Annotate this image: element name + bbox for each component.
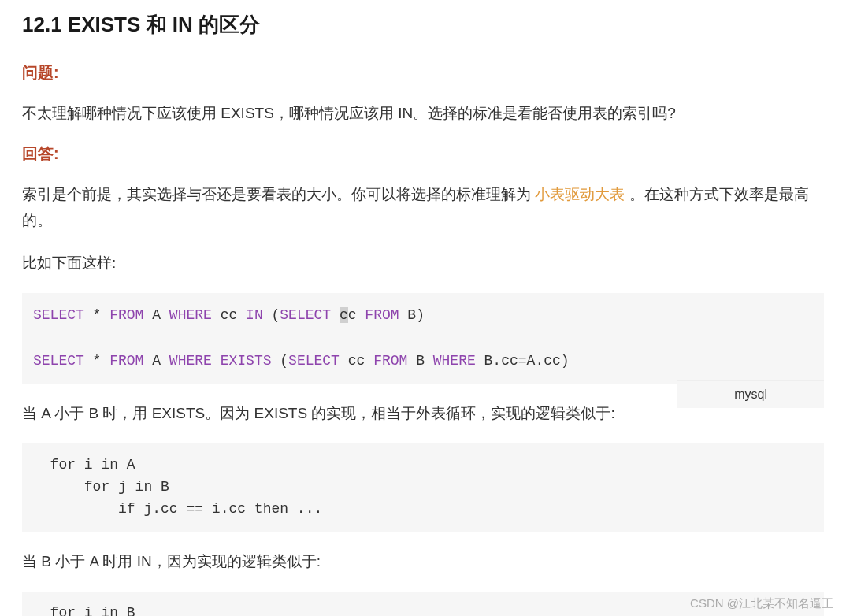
section-heading: 12.1 EXISTS 和 IN 的区分 (22, 11, 824, 39)
sql-code-block: SELECT * FROM A WHERE cc IN (SELECT cc F… (22, 293, 824, 383)
question-text: 不太理解哪种情况下应该使用 EXISTS，哪种情况应该用 IN。选择的标准是看能… (22, 101, 824, 126)
sql-line-2: SELECT * FROM A WHERE EXISTS (SELECT cc … (33, 350, 813, 373)
sql-line-blank (33, 327, 813, 350)
answer-paragraph: 索引是个前提，其实选择与否还是要看表的大小。你可以将选择的标准理解为 小表驱动大… (22, 182, 824, 233)
in-paragraph: 当 B 小于 A 时用 IN，因为实现的逻辑类似于: (22, 549, 824, 574)
answer-text-a: 索引是个前提，其实选择与否还是要看表的大小。你可以将选择的标准理解为 (22, 186, 535, 202)
answer-highlight: 小表驱动大表 (535, 186, 625, 202)
question-label: 问题: (22, 62, 824, 83)
watermark: CSDN @江北某不知名逼王 (690, 596, 833, 611)
answer-label: 回答: (22, 143, 824, 165)
pseudo1-line3: if j.cc == i.cc then ... (33, 499, 813, 521)
pseudo1-line2: for j in B (33, 477, 813, 499)
sql-line-1: SELECT * FROM A WHERE cc IN (SELECT cc F… (33, 304, 813, 327)
pseudo-code-block-1: for i in A for j in B if j.cc == i.cc th… (22, 443, 824, 532)
pseudo1-line1: for i in A (33, 455, 813, 477)
language-tag: mysql (677, 380, 824, 408)
example-intro: 比如下面这样: (22, 250, 824, 276)
